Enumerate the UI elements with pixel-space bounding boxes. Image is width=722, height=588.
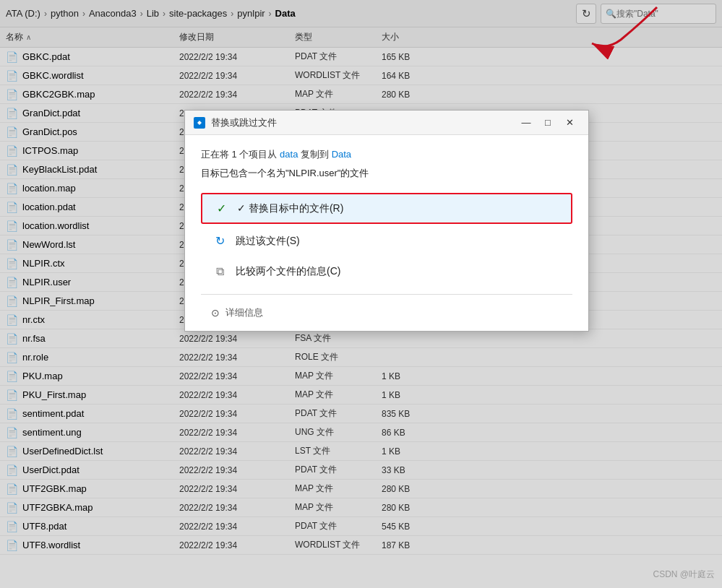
file-name: UserDict.pdat	[22, 464, 79, 475]
file-name: GranDict.pos	[22, 126, 77, 137]
file-icon: 📄	[6, 202, 18, 213]
table-row[interactable]: 📄UTF2GBK.map 2022/2/2 19:34 MAP 文件 280 K…	[0, 480, 722, 498]
table-row[interactable]: 📄sentiment.pdat 2022/2/2 19:34 PDAT 文件 8…	[0, 405, 722, 423]
table-row[interactable]: 📄PKU.map 2022/2/2 19:34 MAP 文件 1 KB	[0, 367, 722, 386]
file-icon: 📄	[6, 389, 18, 401]
table-row[interactable]: 📄UserDict.pdat 2022/2/2 19:34 PDAT 文件 33…	[0, 461, 722, 480]
skip-option-label: 跳过该文件(S)	[236, 235, 300, 248]
breadcrumb[interactable]: ATA (D:) › python › Anaconda3 › Lib › si…	[6, 8, 296, 19]
file-size: 33 KB	[382, 465, 439, 475]
file-date: 2022/2/2 19:34	[179, 371, 295, 381]
dialog-minimize-button[interactable]: —	[516, 113, 536, 133]
file-list-header: 名称 ∧ 修改日期 类型 大小	[0, 27, 722, 48]
file-icon: 📄	[6, 521, 18, 532]
file-type: LST 文件	[295, 445, 382, 457]
file-icon: 📄	[6, 145, 18, 157]
breadcrumb-ata[interactable]: ATA (D:)	[6, 8, 40, 19]
file-date: 2022/2/2 19:34	[179, 71, 295, 81]
table-row[interactable]: 📄sentiment.ung 2022/2/2 19:34 UNG 文件 86 …	[0, 423, 722, 442]
file-icon: 📄	[6, 277, 18, 288]
file-icon: 📄	[6, 352, 18, 363]
details-label: 详细信息	[225, 306, 263, 319]
dialog-copy-info: 正在将 1 个项目从 data 复制到 Data	[201, 148, 572, 161]
dialog-body: 正在将 1 个项目从 data 复制到 Data 目标已包含一个名为"NLPIR…	[185, 135, 588, 331]
file-date: 2022/2/2 19:34	[179, 353, 295, 363]
file-name: ICTPOS.map	[22, 145, 78, 156]
file-size: 1 KB	[382, 371, 439, 381]
file-name: location.pdat	[22, 202, 76, 212]
dialog-close-button[interactable]: ✕	[559, 113, 580, 133]
breadcrumb-data[interactable]: Data	[275, 8, 296, 19]
dialog-app-icon	[194, 117, 205, 129]
file-icon: 📄	[6, 502, 18, 514]
file-icon: 📄	[6, 70, 18, 82]
search-input[interactable]	[616, 9, 703, 19]
sort-arrow: ∧	[26, 33, 31, 41]
file-date: 2022/2/2 19:34	[179, 390, 295, 400]
file-date: 2022/2/2 19:34	[179, 90, 295, 100]
details-row[interactable]: ⊙ 详细信息	[201, 303, 572, 322]
dialog-titlebar: 替换或跳过文件 — □ ✕	[185, 111, 588, 135]
table-row[interactable]: 📄UserDefinedDict.lst 2022/2/2 19:34 LST …	[0, 442, 722, 461]
file-name: GBKC.wordlist	[22, 70, 84, 81]
source-link[interactable]: data	[280, 149, 298, 160]
compare-option[interactable]: ⧉ 比较两个文件的信息(C)	[201, 258, 572, 285]
table-row[interactable]: 📄UTF8.pdat 2022/2/2 19:34 PDAT 文件 545 KB	[0, 517, 722, 536]
dialog-divider	[201, 294, 572, 295]
table-row[interactable]: 📄nr.role 2022/2/2 19:34 ROLE 文件	[0, 348, 722, 367]
table-row[interactable]: 📄PKU_First.map 2022/2/2 19:34 MAP 文件 1 K…	[0, 386, 722, 405]
file-size: 1 KB	[382, 446, 439, 457]
search-box[interactable]: 🔍	[601, 4, 716, 24]
col-name[interactable]: 名称 ∧	[6, 31, 179, 43]
file-type: WORDLIST 文件	[295, 69, 382, 82]
file-size: 1 KB	[382, 390, 439, 400]
target-link[interactable]: Data	[332, 149, 351, 160]
breadcrumb-site-packages[interactable]: site-packages	[169, 8, 227, 19]
table-row[interactable]: 📄GBKC.wordlist 2022/2/2 19:34 WORDLIST 文…	[0, 66, 722, 85]
table-row[interactable]: 📄GBKC.pdat 2022/2/2 19:34 PDAT 文件 165 KB	[0, 48, 722, 66]
table-row[interactable]: 📄UTF2GBKA.map 2022/2/2 19:34 MAP 文件 280 …	[0, 498, 722, 517]
breadcrumb-anaconda3[interactable]: Anaconda3	[89, 8, 137, 19]
col-type[interactable]: 类型	[295, 31, 382, 43]
file-size: 86 KB	[382, 428, 439, 438]
replace-option-label: ✓ 替换目标中的文件(R)	[237, 202, 343, 215]
file-type: MAP 文件	[295, 389, 382, 401]
file-name: sentiment.ung	[22, 427, 82, 438]
dialog-controls: — □ ✕	[516, 113, 580, 133]
breadcrumb-pynlpir[interactable]: pynlpir	[237, 8, 265, 19]
file-name: location.wordlist	[22, 220, 90, 231]
file-icon: 📄	[6, 295, 18, 307]
breadcrumb-python[interactable]: python	[51, 8, 79, 19]
file-name: PKU_First.map	[22, 389, 86, 400]
col-modified[interactable]: 修改日期	[179, 31, 295, 43]
file-name: sentiment.pdat	[22, 408, 84, 419]
refresh-button[interactable]: ↻	[576, 4, 596, 24]
file-icon: 📄	[6, 183, 18, 194]
breadcrumb-lib[interactable]: Lib	[147, 8, 159, 19]
file-size: 165 KB	[382, 52, 439, 62]
file-name: UTF2GBKA.map	[22, 502, 93, 513]
file-icon: 📄	[6, 258, 18, 269]
file-icon: 📄	[6, 333, 18, 345]
table-row[interactable]: 📄GBKC2GBK.map 2022/2/2 19:34 MAP 文件 280 …	[0, 85, 722, 104]
details-expand-icon: ⊙	[211, 307, 220, 319]
file-name: UTF2GBK.map	[22, 483, 87, 494]
file-icon: 📄	[6, 540, 18, 551]
file-type: ROLE 文件	[295, 351, 382, 363]
file-date: 2022/2/2 19:34	[179, 52, 295, 62]
skip-option[interactable]: ↻ 跳过该文件(S)	[201, 227, 572, 255]
file-icon: 📄	[6, 51, 18, 63]
file-name: UTF8.pdat	[22, 521, 66, 532]
table-row[interactable]: 📄UTF8.wordlist 2022/2/2 19:34 WORDLIST 文…	[0, 536, 722, 555]
file-name: GBKC.pdat	[22, 51, 70, 62]
file-icon: 📄	[6, 89, 18, 100]
file-name: NewWord.lst	[22, 239, 75, 250]
col-size[interactable]: 大小	[382, 31, 439, 43]
dialog-maximize-button[interactable]: □	[538, 113, 558, 133]
file-size: 164 KB	[382, 71, 439, 81]
replace-option[interactable]: ✓ ✓ 替换目标中的文件(R)	[201, 193, 572, 224]
table-row[interactable]: 📄nr.fsa 2022/2/2 19:34 FSA 文件	[0, 329, 722, 348]
file-type: MAP 文件	[295, 370, 382, 382]
file-date: 2022/2/2 19:34	[179, 428, 295, 438]
file-date: 2022/2/2 19:34	[179, 334, 295, 344]
